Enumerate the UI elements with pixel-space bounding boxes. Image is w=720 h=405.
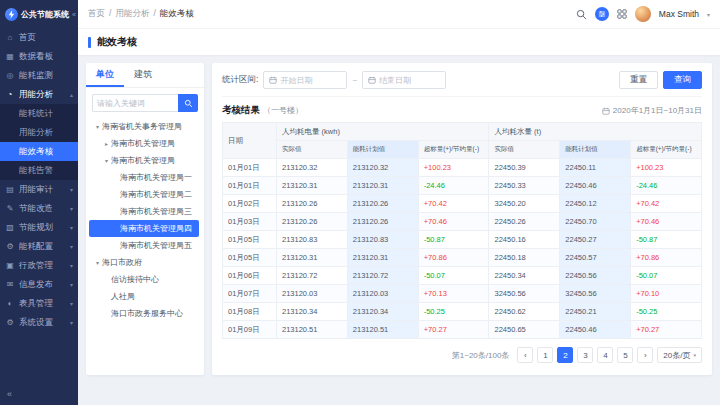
cell-value: 213120.34 bbox=[347, 303, 418, 321]
tree-node-label: 海南市机关管理局三 bbox=[120, 206, 192, 217]
tree-node[interactable]: 海口市政务服务中心 bbox=[89, 305, 199, 322]
cell-value: 22450.70 bbox=[560, 213, 631, 231]
page-size-value: 20条/页 bbox=[663, 350, 690, 361]
query-button[interactable]: 查询 bbox=[663, 71, 702, 89]
tree-node-label: 海南省机关事务管理局 bbox=[102, 121, 182, 132]
cell-date: 01月06日 bbox=[223, 267, 277, 285]
caret-down-icon: ▾ bbox=[93, 259, 102, 266]
col-subheader: 能耗计划值 bbox=[347, 141, 418, 159]
tree-node[interactable]: 海南市机关管理局五 bbox=[89, 237, 199, 254]
tree-node[interactable]: 海南市机关管理局四 bbox=[89, 220, 199, 237]
cell-value: 213120.83 bbox=[347, 231, 418, 249]
tree-node-label: 信访接待中心 bbox=[111, 274, 159, 285]
tree-node[interactable]: 海南市机关管理局一 bbox=[89, 169, 199, 186]
tree-node[interactable]: ▾海南市机关管理局 bbox=[89, 152, 199, 169]
cell-value: +70.42 bbox=[418, 195, 489, 213]
sidebar-item-label: 行政管理 bbox=[19, 260, 53, 272]
cell-value: +70.42 bbox=[631, 195, 702, 213]
tree-node[interactable]: 海南市机关管理局三 bbox=[89, 203, 199, 220]
table-subheader-row: 实际值能耗计划值超标量(+)/节约量(-)实际值能耗计划值超标量(+)/节约量(… bbox=[223, 141, 702, 159]
cell-date: 01月01日 bbox=[223, 159, 277, 177]
table-row: 01月05日213120.31213120.31+70.8622450.1822… bbox=[223, 249, 702, 267]
tree-node[interactable]: ▾海南省机关事务管理局 bbox=[89, 118, 199, 135]
sidebar-subitem[interactable]: 能耗统计 bbox=[0, 104, 78, 123]
avatar[interactable] bbox=[635, 6, 651, 22]
prev-page-button[interactable]: ‹ bbox=[517, 347, 533, 363]
audit-icon: ▤ bbox=[5, 185, 15, 194]
sidebar-item[interactable]: ◎能耗监测 bbox=[0, 66, 78, 85]
tab-building[interactable]: 建筑 bbox=[124, 63, 162, 87]
tree-node[interactable]: 海南市机关管理局二 bbox=[89, 186, 199, 203]
cell-date: 01月02日 bbox=[223, 195, 277, 213]
page-header: 能效考核 bbox=[78, 28, 720, 55]
table-row: 01月01日213120.31213120.31-24.4622450.3322… bbox=[223, 177, 702, 195]
search-icon[interactable] bbox=[576, 9, 587, 20]
end-date-input[interactable]: 结束日期 bbox=[362, 71, 446, 89]
tree-node-label: 海南市机关管理局五 bbox=[120, 240, 192, 251]
table-row: 01月05日213120.83213120.83-50.8722450.1622… bbox=[223, 231, 702, 249]
table-row: 01月06日213120.72213120.72-50.0722450.3422… bbox=[223, 267, 702, 285]
admin-icon: ▣ bbox=[5, 261, 15, 270]
tree-node[interactable]: ▾海口市政府 bbox=[89, 254, 199, 271]
sidebar-item[interactable]: ▣行政管理▾ bbox=[0, 256, 78, 275]
sidebar-item[interactable]: ◔用能分析▴ bbox=[0, 85, 78, 104]
cell-value: +70.86 bbox=[631, 249, 702, 267]
tab-unit[interactable]: 单位 bbox=[86, 63, 124, 87]
sidebar-item-label: 节能改造 bbox=[19, 203, 53, 215]
sidebar-subitem[interactable]: 用能分析 bbox=[0, 123, 78, 142]
collapse-menu-icon[interactable]: « bbox=[7, 389, 12, 399]
page-button[interactable]: 4 bbox=[597, 347, 613, 363]
page-button[interactable]: 1 bbox=[537, 347, 553, 363]
caret-up-icon: ▴ bbox=[70, 91, 73, 98]
cell-value: 22450.18 bbox=[489, 249, 560, 267]
dashboard-icon: ▦ bbox=[5, 52, 15, 61]
cell-value: 22450.21 bbox=[560, 303, 631, 321]
start-date-input[interactable]: 开始日期 bbox=[263, 71, 347, 89]
caret-down-icon: ▾ bbox=[70, 300, 73, 307]
page-button[interactable]: 2 bbox=[557, 347, 573, 363]
tree-node[interactable]: 信访接待中心 bbox=[89, 271, 199, 288]
retrofit-icon: ✎ bbox=[5, 204, 15, 213]
sidebar-item[interactable]: ⌂首页 bbox=[0, 28, 78, 47]
search-input[interactable] bbox=[92, 94, 178, 112]
sidebar-item[interactable]: ✉信息发布▾ bbox=[0, 275, 78, 294]
page-button[interactable]: 5 bbox=[617, 347, 633, 363]
breadcrumb-home[interactable]: 首页 bbox=[88, 8, 105, 20]
cell-value: 22450.11 bbox=[560, 159, 631, 177]
sidebar-item[interactable]: ◐表具管理▾ bbox=[0, 294, 78, 313]
cell-value: 22450.39 bbox=[489, 159, 560, 177]
energy-bolt-icon bbox=[5, 8, 18, 21]
user-name[interactable]: Max Smith bbox=[659, 9, 699, 19]
page-button[interactable]: 3 bbox=[577, 347, 593, 363]
sidebar-collapse-icon[interactable]: « bbox=[72, 11, 76, 18]
search-button[interactable] bbox=[178, 94, 198, 112]
reset-button[interactable]: 重置 bbox=[619, 71, 658, 89]
sidebar-subitem[interactable]: 能耗告警 bbox=[0, 161, 78, 180]
sidebar-item[interactable]: ✎节能改造▾ bbox=[0, 199, 78, 218]
sidebar-item[interactable]: ▤用能审计▾ bbox=[0, 180, 78, 199]
sidebar-item[interactable]: ⚙能耗配置▾ bbox=[0, 237, 78, 256]
caret-down-icon: ▾ bbox=[693, 352, 696, 358]
cell-value: 22450.65 bbox=[489, 321, 560, 339]
tree-node[interactable]: 人社局 bbox=[89, 288, 199, 305]
caret-down-icon: ▾ bbox=[70, 262, 73, 269]
cell-value: 213120.32 bbox=[347, 159, 418, 177]
cell-value: 22450.33 bbox=[489, 177, 560, 195]
page-size-select[interactable]: 20条/页 ▾ bbox=[657, 347, 702, 363]
breadcrumb-analysis[interactable]: 用能分析 bbox=[115, 8, 149, 20]
start-date-placeholder: 开始日期 bbox=[280, 75, 312, 86]
sidebar-item[interactable]: ▧节能规划▾ bbox=[0, 218, 78, 237]
filter-icon[interactable] bbox=[595, 7, 609, 21]
next-page-button[interactable]: › bbox=[637, 347, 653, 363]
apps-grid-icon[interactable] bbox=[617, 9, 627, 19]
main-area: 首页 / 用能分析 / 能效考核 Max Smith ▾ 能效考核 bbox=[78, 0, 720, 405]
cell-date: 01月05日 bbox=[223, 231, 277, 249]
sidebar-item[interactable]: ⚙系统设置▾ bbox=[0, 313, 78, 332]
config-icon: ⚙ bbox=[5, 242, 15, 251]
sidebar-subitem[interactable]: 能效考核 bbox=[0, 142, 78, 161]
tree-node[interactable]: ▸海南市机关管理局 bbox=[89, 135, 199, 152]
sidebar-item[interactable]: ▦数据看板 bbox=[0, 47, 78, 66]
cell-date: 01月05日 bbox=[223, 249, 277, 267]
caret-down-icon[interactable]: ▾ bbox=[707, 11, 710, 18]
cell-value: 213120.31 bbox=[347, 249, 418, 267]
